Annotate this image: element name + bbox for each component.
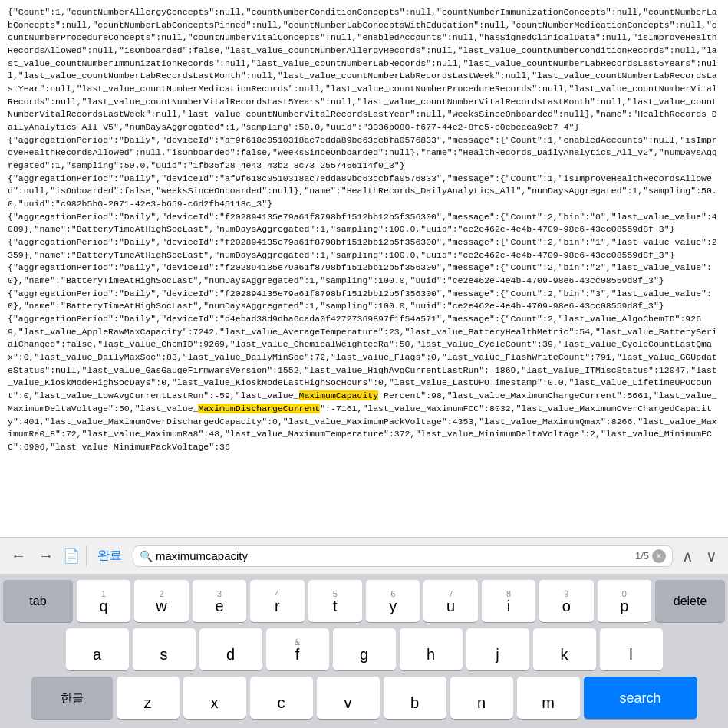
key-j[interactable]: j	[466, 628, 529, 670]
key-d[interactable]: d	[199, 628, 262, 670]
key-h[interactable]: h	[400, 628, 463, 670]
key-g[interactable]: g	[333, 628, 396, 670]
key-k[interactable]: k	[533, 628, 596, 670]
find-bar-icon-doc: 📄	[63, 548, 80, 565]
key-v[interactable]: v	[317, 677, 380, 719]
highlight-1: MaximumCapacity	[299, 390, 379, 400]
key-m[interactable]: m	[517, 677, 580, 719]
text-content-area: {"Count":1,"countNumberAllergyConcepts":…	[0, 0, 728, 537]
keyboard-row-3: 한글 z x c v b n m	[3, 677, 725, 719]
key-y[interactable]: 6 y	[366, 580, 420, 622]
done-button[interactable]: 완료	[93, 546, 127, 565]
key-l[interactable]: l	[600, 628, 663, 670]
find-input-wrapper: 🔍 1/5 ×	[133, 545, 673, 567]
highlight-2: MaximumDischargeCurrent	[198, 404, 320, 413]
forward-nav-button[interactable]: →	[35, 545, 57, 566]
key-x[interactable]: x	[183, 677, 246, 719]
key-b[interactable]: b	[384, 677, 446, 719]
key-n[interactable]: n	[450, 677, 513, 719]
find-prev-button[interactable]: ∧	[679, 545, 697, 567]
key-i[interactable]: 8 i	[482, 580, 535, 622]
key-f[interactable]: & f	[266, 628, 329, 670]
search-input[interactable]	[156, 549, 632, 562]
back-nav-button[interactable]: ←	[8, 545, 29, 566]
key-e[interactable]: 3 e	[193, 580, 246, 622]
key-o[interactable]: 9 o	[539, 580, 593, 622]
key-r[interactable]: 4 r	[250, 580, 304, 622]
hangeul-key[interactable]: 한글	[31, 677, 113, 719]
find-match-count: 1/5	[635, 550, 649, 562]
key-p[interactable]: 0 p	[598, 580, 651, 622]
search-icon: 🔍	[140, 550, 153, 562]
key-c[interactable]: c	[250, 677, 313, 719]
search-key[interactable]: search	[584, 677, 697, 719]
key-z[interactable]: z	[117, 677, 180, 719]
key-u[interactable]: 7 u	[423, 580, 477, 622]
find-separator	[86, 545, 87, 567]
find-next-button[interactable]: ∨	[703, 545, 720, 567]
key-w[interactable]: 2 w	[134, 580, 188, 622]
keyboard-row-2: a s d & f g h j k	[3, 628, 725, 670]
keyboard: tab 1 q 2 w 3 e 4 r 5 t 6 y 7 u	[0, 574, 728, 728]
key-a[interactable]: a	[66, 628, 129, 670]
key-s[interactable]: s	[133, 628, 196, 670]
delete-key[interactable]: delete	[655, 580, 725, 622]
find-bar: ← → 📄 완료 🔍 1/5 × ∧ ∨	[0, 537, 728, 574]
key-q[interactable]: 1 q	[77, 580, 130, 622]
tab-key[interactable]: tab	[3, 580, 73, 622]
key-t[interactable]: 5 t	[308, 580, 362, 622]
find-clear-button[interactable]: ×	[652, 549, 666, 563]
keyboard-row-1: tab 1 q 2 w 3 e 4 r 5 t 6 y 7 u	[3, 580, 725, 622]
